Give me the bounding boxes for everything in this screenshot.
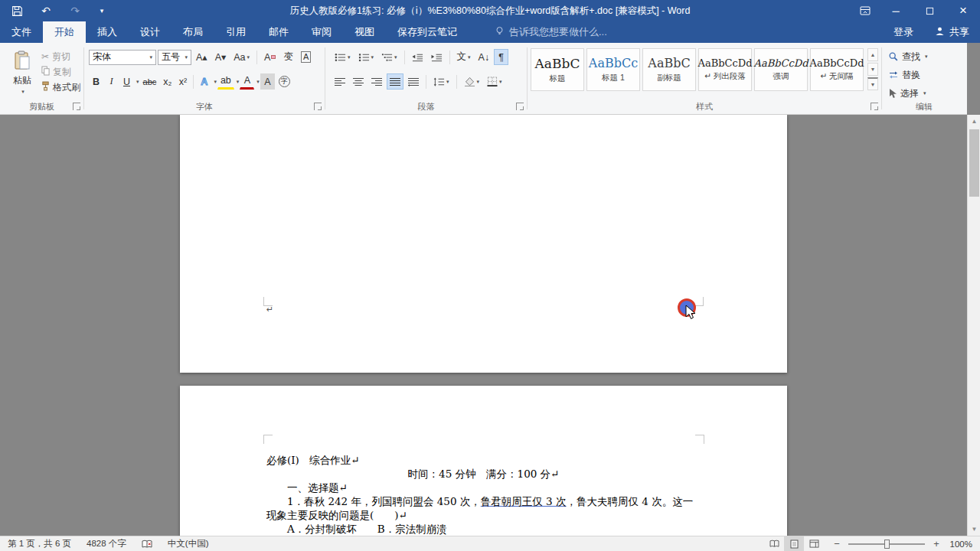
document-page-1[interactable]: ↵ xyxy=(180,115,787,373)
style-title[interactable]: AaBbC 标题 xyxy=(531,48,584,91)
zoom-slider[interactable] xyxy=(848,543,925,545)
page-number-status[interactable]: 第 1 页，共 6 页 xyxy=(0,536,79,551)
highlight-color-button[interactable]: ab xyxy=(217,73,234,90)
format-painter-button[interactable]: 格式刷 xyxy=(41,80,80,95)
asian-layout-button[interactable]: 文▾ xyxy=(454,49,474,65)
superscript-button[interactable]: x² xyxy=(175,73,190,90)
character-border-button[interactable]: A xyxy=(298,49,314,65)
enclose-characters-button[interactable]: 字 xyxy=(276,73,293,90)
find-button[interactable]: 查找▾ xyxy=(888,49,928,64)
change-case-button[interactable]: Aa▾ xyxy=(230,49,253,65)
borders-button[interactable]: ▾ xyxy=(484,73,505,90)
tab-mailings[interactable]: 邮件 xyxy=(257,21,300,43)
bold-button[interactable]: B xyxy=(89,73,103,90)
style-heading1[interactable]: AaBbCc 标题 1 xyxy=(586,48,640,91)
strikethrough-button[interactable]: abc xyxy=(140,73,160,90)
font-size-combo[interactable]: 五号▾ xyxy=(158,50,191,65)
tab-design[interactable]: 设计 xyxy=(129,21,172,43)
copy-button[interactable]: 复制 xyxy=(41,64,71,80)
bullets-button[interactable]: ▾ xyxy=(332,49,354,65)
signin-button[interactable]: 登录 xyxy=(883,21,924,43)
tab-home[interactable]: 开始 xyxy=(43,21,86,43)
align-center-button[interactable] xyxy=(350,73,367,90)
styles-scroll-up-button[interactable]: ▲ xyxy=(867,48,878,61)
style-no-spacing[interactable]: AaBbCcDd ↵ 无间隔 xyxy=(810,48,864,91)
web-layout-button[interactable] xyxy=(804,536,824,551)
show-formatting-marks-button[interactable]: ¶ xyxy=(494,49,508,65)
minimize-button[interactable]: ─ xyxy=(879,0,913,21)
vertical-scrollbar[interactable]: ▲ ▼ xyxy=(967,115,980,536)
doc-line-question[interactable]: 1．春秋 242 年，列国聘问盟会 450 次，鲁君朝周王仅 3 次，鲁大夫聘周… xyxy=(266,494,701,508)
underline-button[interactable]: U xyxy=(119,73,134,90)
font-color-button[interactable]: A xyxy=(240,73,254,90)
shading-button[interactable]: ▾ xyxy=(461,73,483,90)
ribbon-display-options-icon[interactable] xyxy=(851,0,879,21)
word-count-status[interactable]: 4828 个字 xyxy=(79,536,134,551)
tab-review[interactable]: 审阅 xyxy=(300,21,343,43)
redo-icon[interactable]: ↷ xyxy=(67,3,83,18)
paragraph-group: ▾ ▾ ▾ 文▾ A↓ ¶ xyxy=(325,43,527,114)
style-subtitle[interactable]: AaBbC 副标题 xyxy=(642,48,696,91)
zoom-slider-thumb[interactable] xyxy=(884,540,890,549)
paste-button[interactable]: 粘贴 ▾ xyxy=(5,48,39,97)
document-page-2[interactable]: 必修(Ⅰ) 综合作业↵ 时间：45 分钟 满分：100 分↵ 一、选择题↵ 1．… xyxy=(180,386,787,536)
read-mode-button[interactable] xyxy=(764,536,784,551)
align-right-button[interactable] xyxy=(368,73,385,90)
doc-line-time-score[interactable]: 时间：45 分钟 满分：100 分↵ xyxy=(266,467,701,481)
styles-scroll-down-button[interactable]: ▼ xyxy=(867,63,878,76)
scroll-up-arrow[interactable]: ▲ xyxy=(968,115,980,128)
scrollbar-thumb[interactable] xyxy=(969,129,979,197)
tab-insert[interactable]: 插入 xyxy=(86,21,129,43)
close-button[interactable]: × xyxy=(946,0,980,21)
language-status[interactable]: 中文(中国) xyxy=(160,536,217,551)
justify-button[interactable] xyxy=(387,73,403,90)
save-icon[interactable] xyxy=(9,3,24,18)
proofing-status[interactable] xyxy=(134,536,160,551)
zoom-in-button[interactable]: + xyxy=(931,538,942,549)
tab-view[interactable]: 视图 xyxy=(343,21,386,43)
maximize-button[interactable] xyxy=(913,0,946,21)
sort-button[interactable]: A↓ xyxy=(475,49,493,65)
align-left-button[interactable] xyxy=(332,73,348,90)
clear-formatting-button[interactable]: A xyxy=(261,49,279,65)
tab-references[interactable]: 引用 xyxy=(214,21,257,43)
font-name-combo[interactable]: 宋体▾ xyxy=(89,50,156,65)
tell-me-search[interactable]: 告诉我您想要做什么... xyxy=(482,21,619,43)
style-list-paragraph[interactable]: AaBbCcDd ↵ 列出段落 xyxy=(698,48,752,91)
doc-line-options[interactable]: A．分封制破坏 B．宗法制崩溃 xyxy=(266,522,701,536)
customize-qat-icon[interactable]: ▾ xyxy=(96,3,107,18)
distribute-button[interactable] xyxy=(405,73,422,90)
doc-line-title[interactable]: 必修(Ⅰ) 综合作业↵ xyxy=(266,453,701,467)
zoom-level[interactable]: 100% xyxy=(949,540,980,549)
document-area[interactable]: ↵ 必修(Ⅰ) 综合作业↵ 时间：45 分钟 满分：100 分↵ 一、选择题↵ … xyxy=(0,115,967,536)
tab-cloud-notes[interactable]: 保存到云笔记 xyxy=(386,21,469,43)
decrease-indent-button[interactable] xyxy=(409,49,426,65)
text-effects-button[interactable]: A xyxy=(197,73,211,90)
subscript-button[interactable]: x₂ xyxy=(160,73,175,90)
character-shading-button[interactable]: A xyxy=(260,73,275,90)
undo-icon[interactable]: ↶ xyxy=(38,3,54,18)
doc-line-question-cont[interactable]: 现象主要反映的问题是( )↵ xyxy=(266,508,701,522)
cut-button[interactable]: ✂ 剪切 xyxy=(41,49,70,64)
italic-button[interactable]: I xyxy=(104,73,119,90)
tab-layout[interactable]: 布局 xyxy=(172,21,214,43)
styles-more-button[interactable]: ▼ xyxy=(867,77,878,90)
tab-file[interactable]: 文件 xyxy=(0,21,43,43)
phonetic-guide-button[interactable]: 变 xyxy=(280,49,296,65)
doc-line-section[interactable]: 一、选择题↵ xyxy=(266,481,701,494)
zoom-out-button[interactable]: − xyxy=(831,538,842,549)
line-spacing-button[interactable]: ▾ xyxy=(430,73,452,90)
share-button[interactable]: 共享 xyxy=(924,21,980,43)
grow-font-button[interactable]: A▴ xyxy=(193,49,211,65)
scroll-down-arrow[interactable]: ▼ xyxy=(968,523,980,536)
increase-indent-button[interactable] xyxy=(428,49,446,65)
multilevel-list-button[interactable]: ▾ xyxy=(378,49,400,65)
numbering-button[interactable]: ▾ xyxy=(355,49,377,65)
select-button[interactable]: 选择▾ xyxy=(888,86,926,101)
replace-button[interactable]: 替换 xyxy=(888,67,920,83)
underlined-text[interactable]: 鲁君朝周王仅 3 次 xyxy=(481,495,567,507)
print-layout-button[interactable] xyxy=(784,536,804,551)
style-emphasis[interactable]: AaBbCcDd 强调 xyxy=(754,48,808,91)
document-text[interactable]: 必修(Ⅰ) 综合作业↵ 时间：45 分钟 满分：100 分↵ 一、选择题↵ 1．… xyxy=(266,453,701,536)
shrink-font-button[interactable]: A▾ xyxy=(212,49,230,65)
